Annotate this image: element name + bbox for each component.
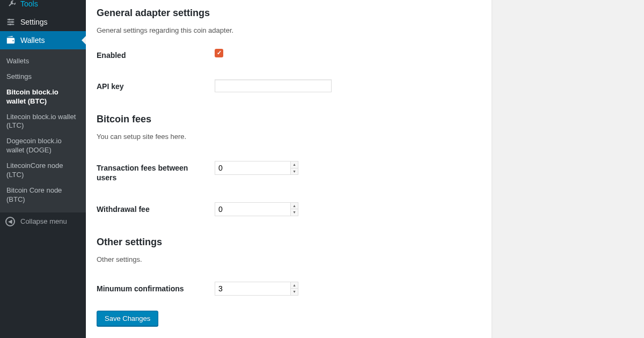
label-wdfee: Withdrawal fee bbox=[97, 202, 215, 214]
wallet-icon bbox=[5, 35, 16, 46]
sliders-icon bbox=[5, 17, 16, 27]
sidebar-label: Wallets bbox=[20, 36, 45, 45]
submenu-item-wallets[interactable]: Wallets bbox=[0, 54, 86, 69]
row-apikey: API key bbox=[97, 60, 481, 92]
label-enabled: Enabled bbox=[97, 48, 215, 60]
sidebar-item-settings[interactable]: Settings bbox=[0, 13, 86, 31]
row-wdfee: Withdrawal fee ▲ ▼ bbox=[97, 183, 481, 216]
admin-sidebar: Tools Settings Wallets Wallets Settings … bbox=[0, 0, 86, 338]
label-txfee: Transaction fees between users bbox=[97, 161, 215, 182]
spinner-up-icon[interactable]: ▲ bbox=[291, 203, 298, 210]
wdfee-spinner: ▲ ▼ bbox=[290, 203, 298, 216]
submenu-item-btc-core[interactable]: Bitcoin Core node (BTC) bbox=[0, 183, 86, 208]
svg-point-0 bbox=[9, 19, 11, 21]
spinner-down-icon[interactable]: ▼ bbox=[291, 209, 298, 216]
sidebar-submenu: Wallets Settings Bitcoin block.io wallet… bbox=[0, 49, 86, 212]
submenu-item-ltc-core[interactable]: LitecoinCore node (LTC) bbox=[0, 158, 86, 183]
spinner-up-icon[interactable]: ▲ bbox=[291, 161, 298, 168]
right-gutter bbox=[492, 0, 644, 338]
collapse-menu-button[interactable]: ◀ Collapse menu bbox=[0, 212, 86, 231]
txfee-spinner: ▲ ▼ bbox=[290, 161, 298, 174]
collapse-icon: ◀ bbox=[5, 217, 15, 226]
label-apikey: API key bbox=[97, 79, 215, 91]
section-desc-other: Other settings. bbox=[97, 255, 481, 263]
txfee-input[interactable] bbox=[215, 161, 290, 174]
row-enabled: Enabled ✓ bbox=[97, 39, 481, 60]
settings-panel: General adapter settings General setting… bbox=[86, 0, 492, 338]
submenu-item-btc-blockio[interactable]: Bitcoin block.io wallet (BTC) bbox=[0, 85, 86, 109]
collapse-label: Collapse menu bbox=[20, 217, 67, 225]
spinner-up-icon[interactable]: ▲ bbox=[291, 282, 298, 289]
collapse-menu: ◀ Collapse menu bbox=[0, 212, 86, 231]
spinner-down-icon[interactable]: ▼ bbox=[291, 289, 298, 295]
minconf-spinner: ▲ ▼ bbox=[290, 282, 298, 295]
section-title-general: General adapter settings bbox=[97, 8, 481, 19]
svg-point-2 bbox=[9, 24, 11, 26]
section-title-fees: Bitcoin fees bbox=[97, 114, 481, 125]
enabled-checkbox[interactable]: ✓ bbox=[215, 49, 223, 57]
apikey-input[interactable] bbox=[215, 79, 332, 92]
section-desc-fees: You can setup site fees here. bbox=[97, 133, 481, 141]
submenu-item-settings[interactable]: Settings bbox=[0, 69, 86, 85]
row-minconf: Minumum confirmations ▲ ▼ bbox=[97, 268, 481, 296]
main-area: General adapter settings General setting… bbox=[86, 0, 644, 338]
spinner-down-icon[interactable]: ▼ bbox=[291, 168, 298, 175]
sidebar-label: Settings bbox=[20, 18, 48, 26]
sidebar-item-wallets[interactable]: Wallets bbox=[0, 31, 86, 49]
row-txfee: Transaction fees between users ▲ ▼ bbox=[97, 145, 481, 182]
section-desc-general: General settings regarding this coin ada… bbox=[97, 26, 481, 34]
sidebar-item-tools[interactable]: Tools bbox=[0, 0, 86, 13]
label-minconf: Minumum confirmations bbox=[97, 282, 215, 293]
svg-point-1 bbox=[11, 21, 13, 23]
svg-point-3 bbox=[12, 40, 13, 41]
wrench-icon bbox=[5, 0, 16, 9]
submenu-item-ltc-blockio[interactable]: Litecoin block.io wallet (LTC) bbox=[0, 109, 86, 134]
sidebar-label: Tools bbox=[20, 0, 38, 8]
save-button[interactable]: Save Changes bbox=[97, 311, 158, 326]
minconf-input[interactable] bbox=[215, 282, 290, 295]
submenu-item-doge-blockio[interactable]: Dogecoin block.io wallet (DOGE) bbox=[0, 134, 86, 158]
section-title-other: Other settings bbox=[97, 237, 481, 248]
wdfee-input[interactable] bbox=[215, 203, 290, 216]
